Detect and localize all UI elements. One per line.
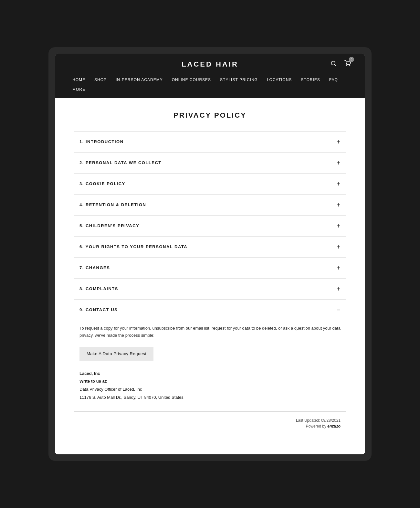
accordion-header-retention-deletion[interactable]: 4. RETENTION & DELETION+ <box>74 195 346 215</box>
accordion-title-childrens-privacy: 5. CHILDREN'S PRIVACY <box>79 223 139 228</box>
accordion-header-introduction[interactable]: 1. INTRODUCTION+ <box>74 132 346 152</box>
contact-description: To request a copy for your information, … <box>79 325 341 339</box>
cart-button[interactable]: 0 <box>343 59 352 69</box>
powered-by: Powered by enzuzo <box>79 424 341 429</box>
accordion-item-contact-us: 9. CONTACT US−To request a copy for your… <box>74 300 346 412</box>
svg-line-1 <box>335 65 336 66</box>
powered-by-brand: enzuzo <box>327 424 341 429</box>
accordion-title-changes: 7. CHANGES <box>79 265 110 270</box>
accordion-item-cookie-policy: 3. COOKIE POLICY+ <box>74 174 346 195</box>
search-icon <box>330 60 337 67</box>
accordion-header-contact-us[interactable]: 9. CONTACT US− <box>74 300 346 320</box>
company-name: Laced, Inc <box>79 371 100 376</box>
accordion-title-contact-us: 9. CONTACT US <box>79 307 118 312</box>
accordion-icon-contact-us: − <box>337 307 341 313</box>
svg-point-3 <box>350 66 350 66</box>
accordion-icon-introduction: + <box>337 139 341 145</box>
contact-company-info: Laced, Inc Write to us at: Data Privacy … <box>79 370 341 402</box>
accordion-header-complaints[interactable]: 8. COMPLAINTS+ <box>74 279 346 299</box>
page-footer: Last Updated: 09/28/2021 Powered by enzu… <box>74 411 346 435</box>
accordion-title-your-rights: 6. YOUR RIGHTS TO YOUR PERSONAL DATA <box>79 244 187 249</box>
accordion-icon-retention-deletion: + <box>337 202 341 208</box>
accordion-header-your-rights[interactable]: 6. YOUR RIGHTS TO YOUR PERSONAL DATA+ <box>74 237 346 257</box>
top-bar: LACED HAIR 0 <box>68 54 352 75</box>
officer-title: Data Privacy Officer of Laced, Inc <box>79 387 142 392</box>
accordion-item-retention-deletion: 4. RETENTION & DELETION+ <box>74 195 346 216</box>
cart-count: 0 <box>349 57 354 62</box>
company-address: 11176 S. Auto Mall Dr., Sandy, UT 84070,… <box>79 395 184 400</box>
accordion: 1. INTRODUCTION+2. PERSONAL DATA WE COLL… <box>74 131 346 412</box>
accordion-item-your-rights: 6. YOUR RIGHTS TO YOUR PERSONAL DATA+ <box>74 237 346 258</box>
search-button[interactable] <box>329 59 338 69</box>
accordion-icon-changes: + <box>337 265 341 271</box>
device-frame: LACED HAIR 0 <box>48 47 372 461</box>
accordion-icon-personal-data: + <box>337 160 341 166</box>
accordion-icon-cookie-policy: + <box>337 181 341 187</box>
accordion-item-complaints: 8. COMPLAINTS+ <box>74 279 346 300</box>
svg-point-2 <box>347 66 347 66</box>
accordion-icon-complaints: + <box>337 286 341 292</box>
page-title: PRIVACY POLICY <box>74 111 346 120</box>
nav-item-stories[interactable]: STORIES <box>296 75 324 85</box>
last-updated: Last Updated: 09/28/2021 <box>79 418 341 423</box>
accordion-title-personal-data: 2. PERSONAL DATA WE COLLECT <box>79 160 162 165</box>
nav-item-stylist-pricing[interactable]: STYLIST PRICING <box>215 75 262 85</box>
accordion-header-cookie-policy[interactable]: 3. COOKIE POLICY+ <box>74 174 346 194</box>
nav-item-in-person-academy[interactable]: IN-PERSON ACADEMY <box>111 75 167 85</box>
accordion-header-changes[interactable]: 7. CHANGES+ <box>74 258 346 278</box>
header-icons: 0 <box>329 59 352 69</box>
accordion-item-introduction: 1. INTRODUCTION+ <box>74 132 346 153</box>
site-logo: LACED HAIR <box>182 60 238 69</box>
accordion-icon-childrens-privacy: + <box>337 223 341 229</box>
accordion-title-introduction: 1. INTRODUCTION <box>79 139 124 144</box>
accordion-item-childrens-privacy: 5. CHILDREN'S PRIVACY+ <box>74 216 346 237</box>
site-header: LACED HAIR 0 <box>55 54 365 98</box>
accordion-body-contact-us: To request a copy for your information, … <box>74 320 346 411</box>
privacy-request-button[interactable]: Make A Data Privacy Request <box>79 347 153 361</box>
accordion-title-complaints: 8. COMPLAINTS <box>79 286 118 291</box>
accordion-item-personal-data: 2. PERSONAL DATA WE COLLECT+ <box>74 153 346 174</box>
accordion-title-retention-deletion: 4. RETENTION & DELETION <box>79 202 146 207</box>
page-wrapper: LACED HAIR 0 <box>55 54 365 455</box>
nav-item-locations[interactable]: LOCATIONS <box>262 75 296 85</box>
powered-by-label: Powered by <box>306 424 326 429</box>
main-nav: HOMESHOPIN-PERSON ACADEMYONLINE COURSESS… <box>68 75 352 98</box>
accordion-header-personal-data[interactable]: 2. PERSONAL DATA WE COLLECT+ <box>74 153 346 173</box>
nav-item-shop[interactable]: SHOP <box>90 75 111 85</box>
main-content: PRIVACY POLICY 1. INTRODUCTION+2. PERSON… <box>55 98 365 455</box>
nav-item-more[interactable]: MORE <box>68 85 90 94</box>
accordion-header-childrens-privacy[interactable]: 5. CHILDREN'S PRIVACY+ <box>74 216 346 236</box>
nav-item-home[interactable]: HOME <box>68 75 90 85</box>
accordion-title-cookie-policy: 3. COOKIE POLICY <box>79 181 125 186</box>
nav-item-online-courses[interactable]: ONLINE COURSES <box>167 75 215 85</box>
accordion-item-changes: 7. CHANGES+ <box>74 258 346 279</box>
write-to-us: Write to us at: <box>79 379 107 384</box>
accordion-icon-your-rights: + <box>337 244 341 250</box>
nav-item-faq[interactable]: FAQ <box>325 75 342 85</box>
